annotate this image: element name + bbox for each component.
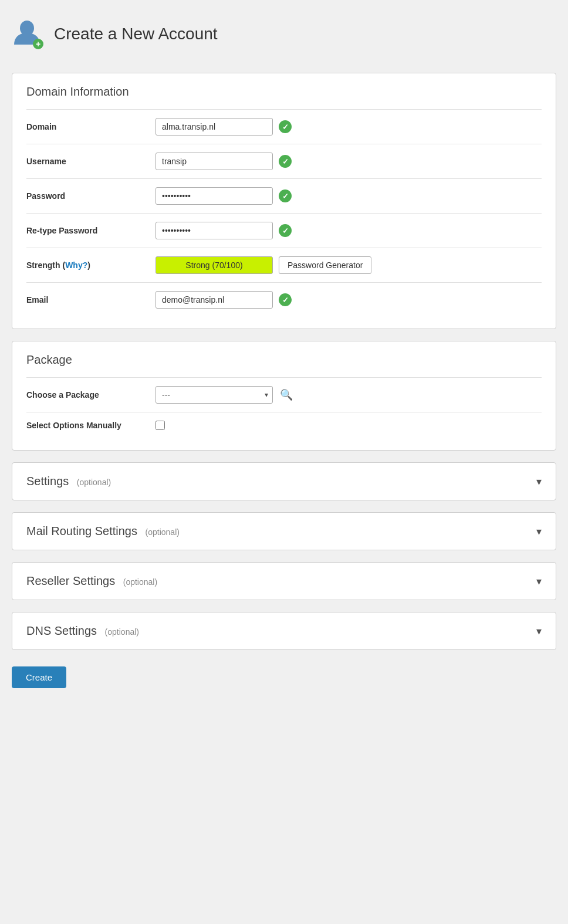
select-options-row: Select Options Manually [26,412,542,438]
email-control [155,291,292,309]
domain-control [155,118,292,136]
package-search-button[interactable]: 🔍 [279,387,294,402]
chevron-down-icon: ▾ [536,525,542,538]
package-section-title: Package [26,353,542,367]
plus-badge: + [33,39,43,49]
retype-password-label: Re-type Password [26,226,155,235]
collapsible-title-settings: Settings (optional) [26,475,111,488]
package-select-wrapper: --- ▾ [155,386,273,404]
username-valid-icon [279,155,292,168]
collapsible-mail-routing: Mail Routing Settings (optional)▾ [12,512,556,550]
username-label: Username [26,157,155,166]
why-link[interactable]: Why? [65,260,87,270]
retype-password-input[interactable] [155,222,273,239]
select-options-checkbox[interactable] [155,421,165,430]
optional-label-settings: (optional) [77,478,111,487]
package-section: Package Choose a Package --- ▾ 🔍 Select … [12,341,556,451]
collapsible-header-settings[interactable]: Settings (optional)▾ [12,463,556,500]
username-control [155,153,292,170]
password-valid-icon [279,189,292,202]
choose-package-control: --- ▾ 🔍 [155,386,294,404]
collapsible-title-reseller: Reseller Settings (optional) [26,574,157,588]
retype-password-control [155,222,292,239]
email-label: Email [26,295,155,304]
choose-package-row: Choose a Package --- ▾ 🔍 [26,377,542,412]
domain-section-title: Domain Information [26,85,542,99]
strength-bar: Strong (70/100) [155,256,273,274]
search-icon: 🔍 [280,389,293,401]
password-control [155,187,292,205]
email-valid-icon [279,293,292,306]
create-button[interactable]: Create [12,666,66,688]
password-input[interactable] [155,187,273,205]
retype-password-row: Re-type Password [26,213,542,248]
domain-label: Domain [26,122,155,131]
strength-control: Strong (70/100) Password Generator [155,256,371,274]
retype-password-valid-icon [279,224,292,237]
page-header: + Create a New Account [12,12,556,56]
optional-label-reseller: (optional) [123,577,157,587]
user-plus-icon: + [12,18,45,50]
username-input[interactable] [155,153,273,170]
email-input[interactable] [155,291,273,309]
collapsible-header-reseller[interactable]: Reseller Settings (optional)▾ [12,563,556,600]
chevron-down-icon: ▾ [536,625,542,638]
chevron-down-icon: ▾ [536,475,542,488]
email-row: Email [26,282,542,317]
collapsible-reseller: Reseller Settings (optional)▾ [12,562,556,600]
collapsible-settings: Settings (optional)▾ [12,462,556,500]
collapsible-dns: DNS Settings (optional)▾ [12,612,556,650]
password-row: Password [26,178,542,213]
domain-input[interactable] [155,118,273,136]
optional-label-dns: (optional) [105,627,139,637]
chevron-down-icon: ▾ [536,575,542,588]
select-options-label: Select Options Manually [26,421,155,430]
optional-label-mail-routing: (optional) [146,527,180,537]
collapsible-header-mail-routing[interactable]: Mail Routing Settings (optional)▾ [12,513,556,550]
password-label: Password [26,191,155,201]
collapsible-title-mail-routing: Mail Routing Settings (optional) [26,524,180,538]
collapsible-header-dns[interactable]: DNS Settings (optional)▾ [12,612,556,649]
strength-label: Strength (Why?) [26,260,155,270]
page-title: Create a New Account [54,25,218,43]
domain-valid-icon [279,120,292,133]
select-options-control [155,421,165,430]
collapsible-sections: Settings (optional)▾Mail Routing Setting… [12,462,556,650]
domain-row: Domain [26,109,542,144]
domain-information-section: Domain Information Domain Username Passw… [12,73,556,329]
password-generator-button[interactable]: Password Generator [279,256,371,274]
strength-row: Strength (Why?) Strong (70/100) Password… [26,248,542,282]
choose-package-label: Choose a Package [26,390,155,400]
username-row: Username [26,144,542,178]
collapsible-title-dns: DNS Settings (optional) [26,624,139,638]
package-select[interactable]: --- [155,386,273,404]
